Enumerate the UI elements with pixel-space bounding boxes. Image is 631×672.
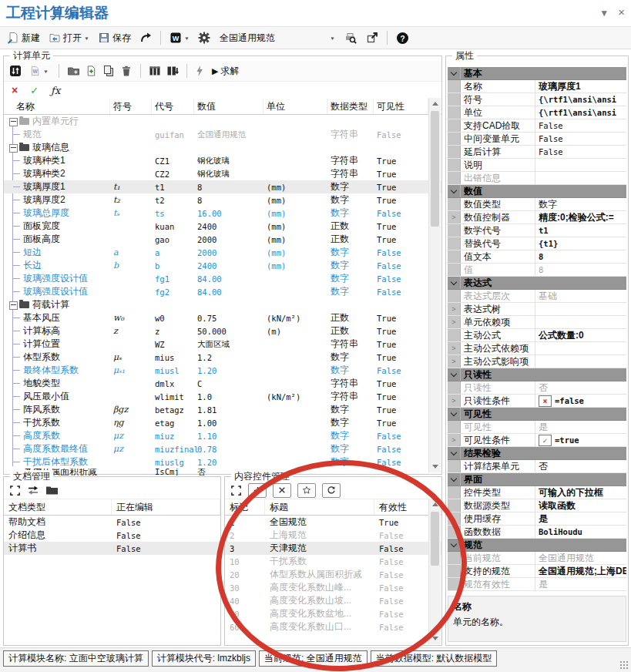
property-row[interactable]: 当前规范全国通用规范	[448, 552, 626, 565]
property-row[interactable]: 数值类型数字	[448, 198, 626, 211]
document-column-header[interactable]: 文档类型	[4, 499, 112, 515]
tree-row[interactable]: 地貌类型dmlxC字符串True	[4, 377, 441, 390]
help-button[interactable]: ?	[394, 31, 411, 45]
section-collapse-chevron[interactable]	[448, 539, 461, 551]
property-row[interactable]: 表达式层次基础	[448, 290, 626, 303]
unit-column-header[interactable]: 符号	[110, 99, 152, 114]
expand-arrow-icon[interactable]: >	[448, 303, 461, 315]
window-collapse-button[interactable]: ▼	[599, 8, 609, 18]
tree-row[interactable]: 风压最小值wlimit1.0(kN/m²)字符串True	[4, 390, 441, 403]
unit-column-header[interactable]: 单位	[263, 99, 327, 114]
section-collapse-chevron[interactable]	[448, 67, 461, 79]
tree-row[interactable]: 规范guifan全国通用规范字符串False	[4, 128, 441, 141]
content-control-row[interactable]: 50高度变化系数盆地...False	[225, 607, 441, 620]
unit-column-header[interactable]: 数值	[194, 99, 263, 114]
print-preview-button[interactable]	[342, 31, 360, 45]
property-row[interactable]: 中间变量单元False	[448, 133, 626, 146]
word-doc-button[interactable]: W▼	[27, 64, 51, 78]
property-row[interactable]: 支持的规范全国通用规范;上海DB	[448, 565, 626, 578]
property-row[interactable]: 名称玻璃厚度1	[448, 80, 626, 93]
scroll-up-button[interactable]	[429, 499, 441, 510]
content-control-row[interactable]: 2上海规范False	[225, 529, 441, 542]
property-row[interactable]: >主动公式影响项	[448, 355, 626, 368]
tree-group-row[interactable]: 内置单元行	[4, 115, 441, 128]
tree-row[interactable]: 基本风压w₀w00.75(kN/m²)正数True	[4, 311, 441, 324]
property-row[interactable]: 支持CAD拾取False	[448, 119, 626, 133]
tree-row[interactable]: 面板高度gao2000(mm)正数True	[4, 233, 441, 246]
property-row[interactable]: 数学代号t1	[448, 224, 626, 237]
tree-row[interactable]: 玻璃种类1CZ1钢化玻璃字符串True	[4, 154, 441, 167]
tree-row[interactable]: 短边aa2000(mm)数字False	[4, 246, 441, 259]
swap-button[interactable]	[27, 484, 39, 496]
document-row[interactable]: 帮助文档False	[4, 516, 220, 529]
tree-row[interactable]: 玻璃强度设计值fg284.00数字False	[4, 285, 441, 298]
document-row[interactable]: 介绍信息False	[4, 529, 220, 542]
property-section-header[interactable]: 可见性	[448, 408, 626, 421]
tree-row[interactable]: 玻璃总厚度tₛts16.00(mm)数字False	[4, 207, 441, 220]
content-column-header[interactable]: 标题	[265, 499, 374, 515]
expand-arrow-icon[interactable]: >	[448, 355, 461, 368]
property-row[interactable]: 规范有效性是	[448, 578, 626, 591]
tree-row[interactable]: 高度系数μzmiuz1.10数字False	[4, 429, 441, 442]
tree-group-row[interactable]: 玻璃信息	[4, 141, 441, 154]
solve-button[interactable]: ▶ 求解	[210, 64, 241, 79]
property-row[interactable]: 单位{\rtf1\ansi\ansi	[448, 106, 626, 119]
content-scrollbar[interactable]	[428, 499, 441, 644]
expand-arrow-icon[interactable]: >	[448, 434, 461, 446]
tree-group-row[interactable]: 荷载计算	[4, 298, 441, 311]
external-open-button[interactable]	[364, 31, 381, 45]
tree-row[interactable]: 阵风系数βgzbetagz1.81数字True	[4, 403, 441, 416]
resize-grip[interactable]	[619, 660, 629, 670]
scroll-thumb[interactable]	[431, 111, 439, 227]
tree-expander[interactable]	[9, 301, 18, 310]
property-row[interactable]: 延后计算False	[448, 146, 626, 159]
property-row[interactable]: 可见性是	[448, 421, 626, 434]
expand-arrow-icon[interactable]: >	[448, 211, 461, 223]
tree-row[interactable]: 玻璃厚度2t₂t28(mm)数字True	[4, 193, 441, 207]
property-row[interactable]: 说明	[448, 159, 626, 172]
remove-control-button[interactable]	[273, 483, 291, 498]
property-section-header[interactable]: 结果检验	[448, 447, 626, 460]
property-section-header[interactable]: 界面	[448, 473, 626, 486]
window-close-button[interactable]: ×	[618, 8, 625, 18]
sync-button[interactable]	[9, 65, 22, 77]
unit-column-header[interactable]: 代号	[152, 99, 194, 114]
tree-row[interactable]: 玻璃强度设计值fg184.00数字False	[4, 272, 441, 285]
content-control-row[interactable]: 1全国规范True	[225, 516, 441, 529]
section-collapse-chevron[interactable]	[448, 447, 461, 459]
unit-tree-scrollbar[interactable]	[428, 98, 441, 472]
property-row[interactable]: 使用缓存是	[448, 512, 626, 526]
tree-row[interactable]: 玻璃种类2CZ2钢化玻璃字符串True	[4, 167, 441, 180]
property-row[interactable]: >主动公式依赖项	[448, 342, 626, 355]
spec-combobox[interactable]: 全国通用规范 ▼	[216, 30, 338, 46]
property-row[interactable]: 值8	[448, 264, 626, 277]
copy-button[interactable]	[102, 65, 115, 77]
scroll-thumb[interactable]	[431, 512, 439, 566]
tree-row[interactable]: 计算标高zz50.000(m)正数True	[4, 324, 441, 338]
add-control-button[interactable]	[248, 483, 267, 498]
tree-row[interactable]: 面板宽度kuan2400(mm)正数True	[4, 220, 441, 233]
tree-row[interactable]: 最终体型系数μₛ₁miusl1.20数字False	[4, 364, 441, 377]
content-control-row[interactable]: 3天津规范False	[225, 542, 441, 555]
property-row[interactable]: >数值控制器精度:0;检验公式:=	[448, 211, 626, 224]
property-row[interactable]: 替换代号{t1}	[448, 237, 626, 250]
unit-column-header[interactable]: 数据类型	[327, 99, 374, 114]
content-control-row[interactable]: 20体型系数从属面积折减False	[225, 568, 441, 581]
open-button[interactable]: 打开 ▼	[46, 31, 92, 45]
word-template-button[interactable]: W ▼	[167, 31, 192, 45]
word-dropdown-caret[interactable]: ▼	[184, 35, 190, 40]
tree-row[interactable]: 长边bb2400(mm)数字False	[4, 259, 441, 272]
fx-formula-button[interactable]: ƒx	[51, 85, 60, 96]
document-row[interactable]: 计算书False	[4, 542, 220, 555]
folder-button[interactable]	[45, 485, 59, 496]
property-row[interactable]: 出错信息	[448, 172, 626, 185]
export-button[interactable]	[137, 31, 154, 45]
property-row[interactable]: >只读性条件×=false	[448, 395, 626, 408]
property-row[interactable]: 符号{\rtf1\ansi\ansi	[448, 93, 626, 106]
expand-button[interactable]	[9, 485, 21, 496]
add-item-button[interactable]	[86, 65, 97, 77]
tree-row[interactable]: 高度系数最终值μzmiuzfinal0.78数字False	[4, 442, 441, 455]
tree-row[interactable]: 干扰系数ηgetag1.00数字True	[4, 416, 441, 429]
property-section-header[interactable]: 表达式	[448, 277, 626, 290]
property-row[interactable]: 控件类型可输入的下拉框	[448, 486, 626, 499]
